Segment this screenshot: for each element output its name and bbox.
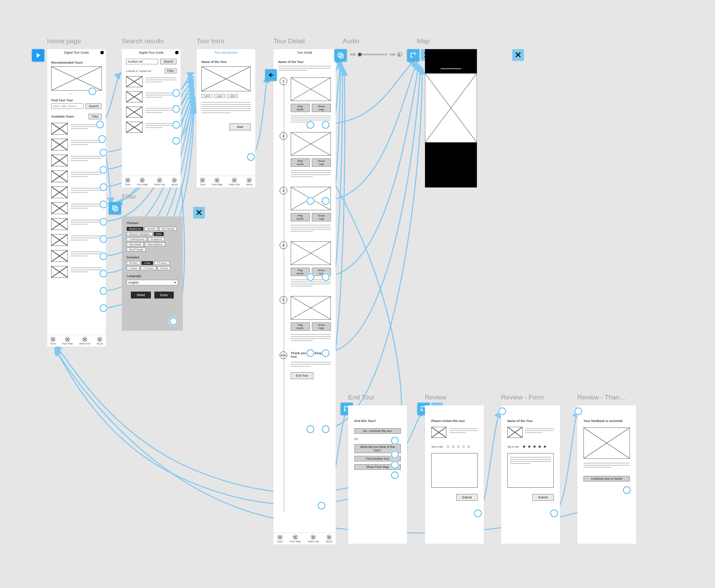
filter-duration-chip[interactable]: 30 mins — [127, 261, 140, 265]
filter-theme-chip[interactable]: Artist — [154, 232, 164, 236]
intro-tag-chip[interactable]: Label — [227, 94, 238, 98]
tab-tours[interactable]: Tours — [277, 535, 283, 543]
tour-list-item[interactable] — [51, 123, 102, 135]
intro-tag-chip[interactable]: Label — [201, 94, 212, 98]
filter-theme-chip[interactable]: Sculptures — [148, 237, 164, 241]
drag-handle-icon[interactable] — [441, 68, 461, 69]
tab-floor-map[interactable]: Floor Map — [290, 535, 301, 543]
step-show-map-button[interactable]: Show map — [312, 104, 331, 112]
thanks-cta-button[interactable]: Continue tour or home — [583, 476, 630, 481]
hotspot[interactable] — [100, 235, 107, 243]
step-show-map-button[interactable]: Show map — [312, 322, 331, 331]
hotspot[interactable] — [318, 502, 325, 509]
filter-theme-chip[interactable]: Kid Friendly — [159, 227, 177, 231]
tab-floor-map[interactable]: Floor Map — [211, 178, 223, 186]
flow-filter-entry-icon[interactable] — [109, 202, 121, 214]
tab-tours[interactable]: Tours — [200, 178, 206, 186]
hotspot[interactable] — [100, 270, 107, 277]
filter-duration-chip[interactable]: 1.5 hours — [154, 261, 169, 265]
hotspot[interactable] — [307, 121, 314, 129]
hotspot[interactable] — [322, 425, 329, 433]
end-no-continue-button[interactable]: No, continue the tour — [354, 428, 401, 434]
intro-crumb[interactable]: Tour Introduction — [197, 49, 255, 56]
reviewform-submit-button[interactable]: Submit — [532, 494, 554, 501]
search-filter-button[interactable]: Filter — [165, 68, 177, 73]
hotspot[interactable] — [574, 407, 582, 415]
filter-theme-chip[interactable]: Contemporary — [127, 237, 147, 241]
hotspot[interactable] — [98, 135, 106, 143]
hotspot[interactable] — [307, 273, 314, 281]
search-result-item[interactable] — [126, 91, 177, 102]
reviewform-textarea[interactable] — [507, 453, 554, 488]
tab-tours[interactable]: Tours — [125, 178, 131, 186]
review-textarea[interactable] — [431, 453, 478, 488]
search-query-input[interactable]: modern art — [126, 59, 158, 64]
search-result-item[interactable] — [126, 76, 177, 87]
hotspot[interactable] — [100, 149, 107, 156]
filter-theme-chip[interactable]: New Additions — [145, 242, 165, 246]
step-play-audio-button[interactable]: Play Audio — [291, 213, 310, 221]
flow-back-icon[interactable] — [265, 69, 277, 81]
home-filter-button[interactable]: Filter — [89, 114, 102, 119]
hotspot[interactable] — [322, 273, 329, 281]
hotspot[interactable] — [391, 451, 399, 458]
tab-visitor-info[interactable]: Visitor Info — [79, 337, 90, 345]
filter-theme-chip[interactable]: Museum Highlights — [127, 232, 152, 236]
hotspot[interactable] — [89, 88, 96, 95]
filter-duration-chip[interactable]: 2.5 hours — [141, 266, 156, 270]
hotspot[interactable] — [474, 509, 482, 517]
tab-visitor-info[interactable]: Visitor Info — [308, 535, 319, 543]
hotspot[interactable] — [550, 509, 558, 517]
step-play-audio-button[interactable]: Play Audio — [291, 322, 310, 331]
tour-list-item[interactable] — [51, 171, 102, 182]
audio-mute-icon[interactable]: 🔈 — [397, 52, 402, 57]
hotspot[interactable] — [100, 252, 107, 260]
tab-about[interactable]: About — [246, 178, 252, 186]
hotspot[interactable] — [100, 218, 107, 226]
audio-player[interactable]: 0:00 0:00 🔈 — [350, 52, 402, 57]
hotspot[interactable] — [100, 166, 107, 174]
hotspot[interactable] — [172, 89, 180, 97]
filter-duration-chip[interactable]: 1 hour — [142, 261, 153, 265]
tour-list-item[interactable] — [51, 186, 102, 198]
intro-tag-chip[interactable]: Label — [214, 94, 225, 98]
flow-map-entry-icon[interactable] — [407, 49, 419, 62]
hotspot[interactable] — [96, 121, 104, 128]
review-submit-button[interactable]: Submit — [456, 494, 478, 501]
tour-list-item[interactable] — [51, 155, 102, 166]
tour-list-item[interactable] — [51, 202, 102, 214]
hotspot[interactable] — [100, 287, 107, 295]
search-result-item[interactable] — [126, 122, 177, 133]
hotspot[interactable] — [391, 461, 399, 469]
home-search-input[interactable]: artist, title, theme — [51, 103, 83, 109]
profile-dot-icon[interactable] — [100, 51, 104, 54]
hotspot[interactable] — [307, 349, 314, 357]
tab-about[interactable]: About — [171, 178, 178, 186]
filter-duration-chip[interactable]: 2 hours — [127, 266, 139, 270]
hotspot[interactable] — [391, 437, 399, 444]
step-play-audio-button[interactable]: Play Audio — [291, 158, 310, 167]
hotspot[interactable] — [247, 153, 255, 161]
tour-list-item[interactable] — [51, 218, 102, 230]
hotspot[interactable] — [172, 105, 180, 113]
home-search-button[interactable]: Search — [85, 103, 102, 109]
tab-visitor-info[interactable]: Visitor Info — [154, 178, 165, 186]
profile-dot-icon[interactable] — [175, 51, 179, 54]
map-image-placeholder[interactable] — [425, 73, 477, 143]
hotspot[interactable] — [322, 349, 329, 357]
flow-start-icon[interactable] — [32, 49, 44, 62]
step-show-map-button[interactable]: Show map — [312, 213, 331, 221]
step-show-map-button[interactable]: Show map — [312, 158, 331, 167]
hotspot[interactable] — [307, 197, 314, 205]
filter-reset-button[interactable]: Reset — [131, 292, 151, 298]
tab-floor-map[interactable]: Floor Map — [137, 178, 148, 186]
tour-list-item[interactable] — [51, 266, 102, 278]
filter-theme-chip[interactable]: New Media — [127, 242, 144, 246]
intro-start-button[interactable]: Start — [229, 123, 251, 130]
review-stars[interactable]: ☆☆☆☆☆ — [446, 444, 472, 449]
tab-visitor-info[interactable]: Visitor Info — [228, 178, 240, 186]
flow-audio-entry-icon[interactable] — [334, 49, 347, 62]
hero-image-placeholder[interactable] — [51, 66, 102, 91]
hotspot[interactable] — [322, 197, 329, 205]
hotspot[interactable] — [100, 183, 107, 191]
